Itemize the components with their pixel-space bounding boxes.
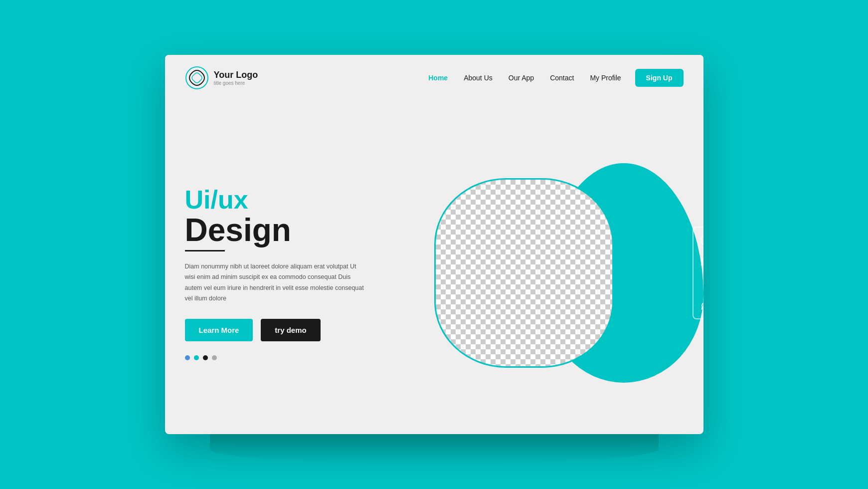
dot-4[interactable] (212, 355, 217, 360)
facebook-icon[interactable] (696, 275, 703, 292)
logo-text-wrap: Your Logo title goes here (214, 70, 258, 86)
dot-2[interactable] (194, 355, 199, 360)
hero-description: Diam nonummy nibh ut laoreet dolore aliq… (185, 261, 364, 304)
nav-item-about[interactable]: About Us (464, 73, 493, 82)
nav-item-profile[interactable]: My Profile (590, 73, 621, 82)
nav-links: Home About Us Our App Contact My Profile (428, 73, 621, 82)
hero-section: Ui/ux Design Diam nonummy nibh ut laoree… (165, 101, 703, 434)
nav-link-home[interactable]: Home (428, 74, 448, 82)
nav-item-contact[interactable]: Contact (550, 73, 574, 82)
signup-button[interactable]: Sign Up (635, 69, 684, 87)
nav-link-contact[interactable]: Contact (550, 74, 574, 82)
hero-image-placeholder (434, 178, 614, 368)
logo-subtitle: title goes here (214, 80, 258, 86)
hero-heading-accent: Ui/ux (185, 186, 394, 214)
dot-3[interactable] (203, 355, 208, 360)
nav-link-profile[interactable]: My Profile (590, 74, 621, 82)
logo-icon (185, 66, 209, 90)
social-sidebar (693, 227, 703, 319)
hero-heading-main: Design (185, 214, 394, 246)
navbar: Your Logo title goes here Home About Us … (165, 55, 703, 101)
page-wrapper: Your Logo title goes here Home About Us … (165, 55, 703, 434)
hero-divider (185, 250, 225, 251)
slide-dots (185, 355, 394, 360)
nav-link-app[interactable]: Our App (509, 74, 534, 82)
nav-item-app[interactable]: Our App (509, 73, 534, 82)
logo-title: Your Logo (214, 70, 258, 81)
instagram-icon[interactable] (696, 232, 703, 248)
page-card: Your Logo title goes here Home About Us … (165, 55, 703, 434)
learn-more-button[interactable]: Learn More (185, 319, 253, 341)
hero-left: Ui/ux Design Diam nonummy nibh ut laoree… (185, 186, 394, 360)
hero-buttons: Learn More try demo (185, 319, 394, 341)
twitter-icon[interactable] (696, 253, 703, 270)
nav-item-home[interactable]: Home (428, 73, 448, 82)
whatsapp-icon[interactable] (696, 297, 703, 314)
nav-link-about[interactable]: About Us (464, 74, 493, 82)
dot-1[interactable] (185, 355, 190, 360)
hero-right (394, 111, 684, 434)
reflection (210, 434, 659, 464)
try-demo-button[interactable]: try demo (261, 319, 320, 341)
logo-area: Your Logo title goes here (185, 66, 258, 90)
